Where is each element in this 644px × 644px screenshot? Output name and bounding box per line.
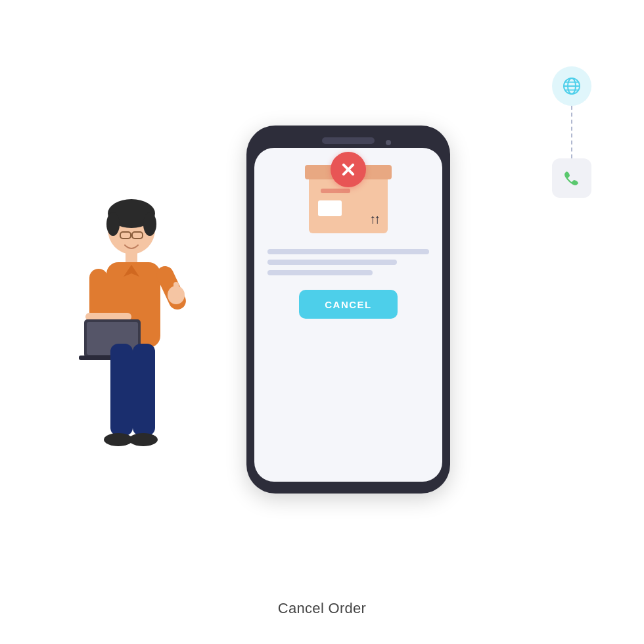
text-line-2 xyxy=(267,260,397,265)
package-section: ↑↑ xyxy=(309,174,388,233)
phone-call-icon-card xyxy=(552,158,591,198)
globe-icon xyxy=(561,76,582,97)
order-text-lines xyxy=(267,249,429,275)
phone-mockup: ↑↑ CANCEL xyxy=(246,126,450,494)
phone-screen: ↑↑ CANCEL xyxy=(254,148,442,482)
svg-rect-19 xyxy=(133,344,155,436)
svg-point-3 xyxy=(143,212,156,236)
scene-container: ↑↑ CANCEL xyxy=(26,27,618,592)
svg-point-20 xyxy=(104,433,133,446)
svg-point-21 xyxy=(129,433,158,446)
cancel-x-icon xyxy=(331,152,366,187)
svg-rect-18 xyxy=(110,344,133,436)
text-line-3 xyxy=(267,270,373,275)
svg-point-2 xyxy=(106,212,120,236)
right-icons-panel xyxy=(552,66,591,198)
phone-call-icon xyxy=(563,169,581,187)
phone-body: ↑↑ CANCEL xyxy=(246,126,450,494)
package-stripe xyxy=(321,189,350,193)
cancel-order-button[interactable]: CANCEL xyxy=(299,290,398,319)
connection-line xyxy=(571,106,572,158)
phone-notch xyxy=(322,137,375,144)
svg-rect-14 xyxy=(173,282,179,299)
person-illustration xyxy=(66,191,197,533)
phone-camera xyxy=(386,140,391,145)
package-arrows: ↑↑ xyxy=(369,212,379,227)
cancel-button-label: CANCEL xyxy=(325,299,372,310)
page-title: Cancel Order xyxy=(278,600,366,617)
package-label xyxy=(318,200,342,216)
globe-icon-circle xyxy=(552,66,591,106)
text-line-1 xyxy=(267,249,429,254)
